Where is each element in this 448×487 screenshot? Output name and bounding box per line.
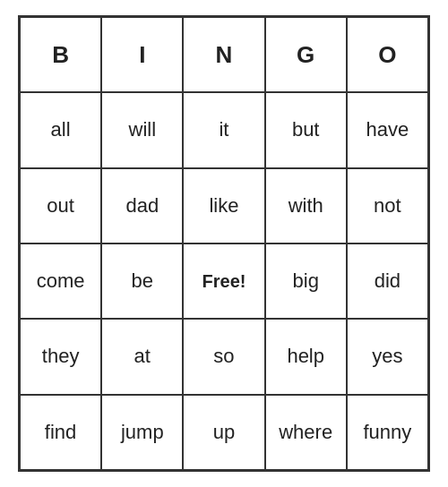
cell-free[interactable]: Free! [183,244,264,319]
header-b: B [20,17,101,92]
cell-r1c2[interactable]: will [101,92,183,167]
cell-r3c2[interactable]: be [101,244,183,319]
cell-r2c1[interactable]: out [20,168,101,244]
header-o: O [347,17,428,92]
cell-r2c4[interactable]: with [265,168,347,244]
cell-r1c5[interactable]: have [347,92,428,167]
cell-r2c5[interactable]: not [347,168,428,244]
header-g: G [265,17,347,92]
cell-r2c3[interactable]: like [183,168,264,244]
cell-r4c4[interactable]: help [265,319,347,394]
cell-r4c3[interactable]: so [183,319,264,394]
cell-r1c4[interactable]: but [265,92,347,167]
cell-r4c2[interactable]: at [101,319,183,394]
cell-r5c5[interactable]: funny [347,395,428,470]
cell-r5c1[interactable]: find [20,395,101,470]
header-i: I [101,17,183,92]
bingo-card: B I N G O all will it but have out dad l… [18,15,430,472]
cell-r3c4[interactable]: big [265,244,347,319]
cell-r4c1[interactable]: they [20,319,101,394]
cell-r5c3[interactable]: up [183,395,264,470]
cell-r1c3[interactable]: it [183,92,264,167]
cell-r4c5[interactable]: yes [347,319,428,394]
cell-r2c2[interactable]: dad [101,168,183,244]
cell-r5c4[interactable]: where [265,395,347,470]
cell-r3c5[interactable]: did [347,244,428,319]
cell-r1c1[interactable]: all [20,92,101,167]
cell-r3c1[interactable]: come [20,244,101,319]
cell-r5c2[interactable]: jump [101,395,183,470]
header-n: N [183,17,264,92]
